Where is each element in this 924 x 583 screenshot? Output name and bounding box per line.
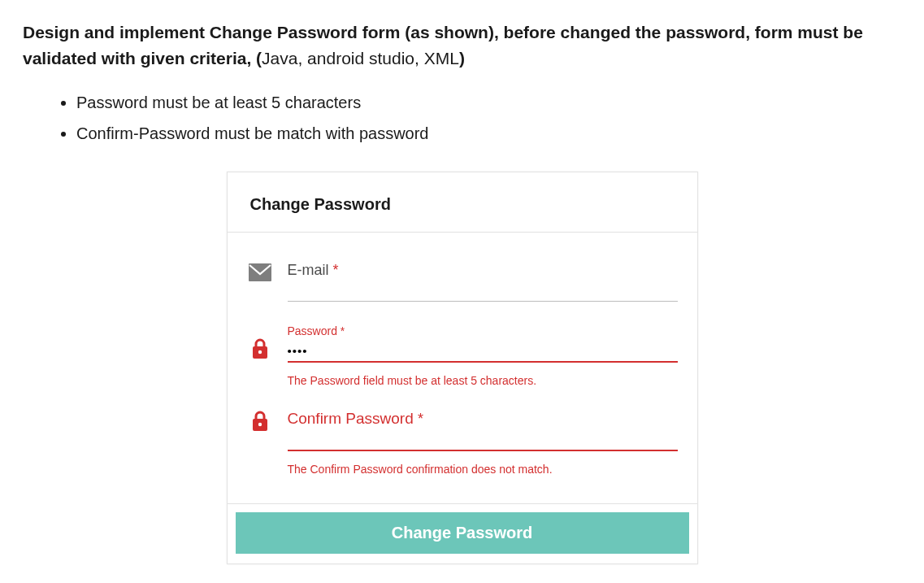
required-asterisk: *	[341, 324, 345, 337]
email-input[interactable]	[288, 282, 678, 302]
password-field-row: Password * The Password field must be at…	[247, 324, 678, 387]
password-input[interactable]	[288, 342, 678, 363]
form-header: Change Password	[228, 172, 697, 233]
form-body: E-mail * Password * Th	[228, 233, 697, 497]
password-field-block: Password * The Password field must be at…	[288, 324, 678, 387]
mail-icon	[247, 262, 273, 281]
change-password-button[interactable]: Change Password	[236, 512, 689, 554]
lock-icon	[247, 410, 273, 433]
email-label: E-mail *	[288, 262, 678, 282]
title-bold-part-2: )	[459, 49, 465, 67]
form-title: Change Password	[250, 195, 675, 214]
svg-point-2	[258, 350, 261, 354]
required-asterisk: *	[333, 262, 339, 278]
required-asterisk: *	[418, 411, 423, 427]
svg-point-4	[258, 423, 261, 426]
criteria-item: Confirm-Password must be match with pass…	[76, 118, 901, 149]
change-password-form-card: Change Password E-mail *	[227, 172, 698, 564]
page-title: Design and implement Change Password for…	[23, 20, 901, 71]
confirm-password-label: Confirm Password *	[288, 410, 678, 431]
confirm-password-field-block: Confirm Password * The Confirm Password …	[288, 410, 678, 476]
confirm-password-error-text: The Confirm Password confirmation does n…	[288, 463, 678, 476]
lock-icon	[247, 324, 273, 360]
password-error-text: The Password field must be at least 5 ch…	[288, 374, 678, 387]
button-row: Change Password	[228, 504, 697, 563]
criteria-list: Password must be at least 5 characters C…	[76, 87, 901, 149]
confirm-password-input[interactable]	[288, 431, 678, 451]
criteria-item: Password must be at least 5 characters	[76, 87, 901, 118]
confirm-password-field-row: Confirm Password * The Confirm Password …	[247, 410, 678, 476]
email-field-block: E-mail *	[288, 262, 678, 302]
title-plain-part: Java, android studio, XML	[262, 49, 459, 67]
password-label: Password *	[288, 324, 678, 341]
email-field-row: E-mail *	[247, 262, 678, 302]
